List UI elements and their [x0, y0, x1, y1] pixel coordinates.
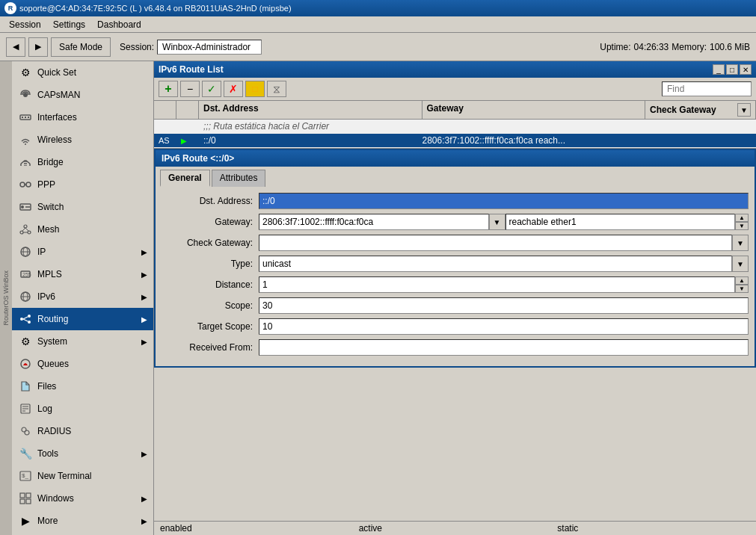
sidebar-item-label: PPP	[37, 179, 55, 190]
svg-rect-44	[20, 493, 25, 498]
windows-icon	[18, 491, 33, 506]
svg-rect-46	[20, 499, 25, 504]
sidebar-item-capsman[interactable]: CAPsMAN	[12, 84, 153, 106]
menu-settings[interactable]: Settings	[47, 18, 91, 31]
minimize-button[interactable]: _	[713, 64, 725, 75]
svg-point-10	[20, 182, 25, 187]
app-icon: R	[4, 2, 16, 14]
type-input[interactable]	[259, 256, 732, 272]
check-gateway-input[interactable]	[259, 235, 732, 251]
sidebar-item-mesh[interactable]: Mesh	[12, 218, 153, 241]
remove-route-button[interactable]: −	[180, 81, 200, 97]
sidebar-item-label: Quick Set	[37, 67, 76, 78]
svg-point-31	[28, 315, 31, 318]
distance-down-btn[interactable]: ▼	[735, 285, 749, 293]
distance-up-btn[interactable]: ▲	[735, 276, 749, 285]
sidebar-item-routing[interactable]: Routing ▶	[12, 308, 153, 330]
sidebar-item-queues[interactable]: Queues	[12, 353, 153, 375]
sidebar-item-mpls[interactable]: 255 MPLS ▶	[12, 263, 153, 285]
sidebar-item-label: Tools	[37, 448, 58, 459]
ip-icon	[18, 244, 33, 259]
sidebar-item-quick-set[interactable]: ⚙ Quick Set	[12, 61, 153, 84]
sidebar-item-wireless[interactable]: Wireless	[12, 129, 153, 151]
window-title-bar: IPv6 Route List _ □ ✕	[154, 61, 756, 78]
check-gateway-dropdown-btn[interactable]: ▼	[732, 235, 749, 251]
windows-arrow: ▶	[141, 495, 147, 503]
back-button[interactable]: ◀	[6, 37, 25, 57]
sidebar-item-system[interactable]: ⚙ System ▶	[12, 330, 153, 353]
col-cg-header: Check Gateway ▼	[645, 101, 756, 119]
find-input[interactable]	[662, 81, 752, 96]
sidebar-item-new-terminal[interactable]: $_ New Terminal	[12, 465, 153, 487]
sidebar-item-radius[interactable]: RADIUS	[12, 420, 153, 442]
svg-text:$_: $_	[22, 472, 28, 479]
close-button[interactable]: ✕	[740, 64, 752, 75]
system-icon: ⚙	[18, 334, 33, 349]
menu-dashboard[interactable]: Dashboard	[91, 18, 147, 31]
window-title: IPv6 Route List	[159, 64, 224, 75]
sidebar-item-files[interactable]: Files	[12, 375, 153, 398]
received-from-label: Received From:	[162, 342, 259, 353]
sidebar-item-bridge[interactable]: Bridge	[12, 151, 153, 173]
scope-input[interactable]	[259, 297, 749, 314]
svg-point-32	[28, 321, 31, 324]
tab-attributes[interactable]: Attributes	[212, 170, 266, 187]
ipv6-icon	[18, 289, 33, 304]
quick-set-icon: ⚙	[18, 65, 33, 80]
route-data-row[interactable]: AS ▶ ::/0 2806:3f7:1002::ffff:f0ca:f0ca …	[154, 134, 756, 148]
system-arrow: ▶	[141, 338, 147, 346]
type-dropdown-btn[interactable]: ▼	[732, 256, 749, 272]
gateway-input[interactable]	[259, 214, 489, 230]
gateway-down-btn[interactable]: ▼	[735, 222, 749, 230]
gateway-dropdown-btn[interactable]: ▼	[489, 214, 505, 230]
static-route-label: ;;; Ruta estática hacia el Carrier	[203, 121, 641, 132]
forward-button[interactable]: ▶	[28, 37, 48, 57]
sidebar-item-log[interactable]: Log	[12, 398, 153, 420]
radius-icon	[18, 424, 33, 439]
dst-address-input[interactable]	[259, 193, 749, 209]
distance-input[interactable]	[259, 276, 735, 293]
menu-session[interactable]: Session	[3, 18, 47, 31]
check-gateway-row: Check Gateway: ▼	[162, 235, 749, 251]
sidebar-item-ipv6[interactable]: IPv6 ▶	[12, 285, 153, 308]
sidebar-item-tools[interactable]: 🔧 Tools ▶	[12, 442, 153, 465]
maximize-button[interactable]: □	[726, 64, 738, 75]
routing-icon	[18, 312, 33, 327]
sidebar-item-windows[interactable]: Windows ▶	[12, 487, 153, 510]
distance-label: Distance:	[162, 279, 259, 290]
gateway-type-input[interactable]	[505, 214, 736, 230]
svg-point-5	[25, 143, 26, 145]
disable-route-button[interactable]: ✗	[224, 81, 243, 97]
svg-point-17	[20, 231, 23, 234]
sidebar-item-label: Switch	[37, 202, 64, 212]
check-gateway-dropdown[interactable]: ▼	[737, 103, 751, 117]
sidebar-item-interfaces[interactable]: Interfaces	[12, 106, 153, 129]
svg-point-14	[21, 205, 24, 208]
table-toolbar: + − ✓ ✗ □ ⧖	[154, 78, 756, 101]
sidebar-item-label: New Terminal	[37, 471, 91, 481]
filter-button[interactable]: ⧖	[267, 81, 286, 97]
svg-point-30	[20, 318, 23, 321]
routing-arrow: ▶	[141, 315, 147, 324]
sidebar-item-label: Wireless	[37, 134, 72, 145]
target-scope-input[interactable]	[259, 318, 749, 335]
more-arrow: ▶	[141, 517, 147, 525]
sidebar-item-ip[interactable]: IP ▶	[12, 241, 153, 263]
gateway-up-btn[interactable]: ▲	[735, 214, 749, 222]
routeros-label: RouterOS WinBox	[0, 61, 12, 535]
sidebar-item-switch[interactable]: Switch	[12, 196, 153, 218]
add-route-button[interactable]: +	[159, 81, 178, 97]
safe-mode-button[interactable]: Safe Mode	[51, 37, 111, 57]
received-from-input[interactable]	[259, 339, 749, 356]
tab-general[interactable]: General	[160, 170, 210, 187]
enable-route-button[interactable]: ✓	[202, 81, 221, 97]
sidebar-wrapper: RouterOS WinBox ⚙ Quick Set CAPsMAN Inte…	[0, 61, 154, 535]
window-controls: _ □ ✕	[713, 64, 752, 75]
sidebar-item-ppp[interactable]: PPP	[12, 173, 153, 196]
svg-line-34	[23, 319, 28, 321]
sidebar-item-more[interactable]: ▶ More ▶	[12, 510, 153, 532]
copy-route-button[interactable]: □	[245, 81, 265, 97]
svg-line-20	[25, 228, 28, 231]
sidebar-item-label: Routing	[37, 314, 68, 324]
route-flag1: AS	[159, 136, 181, 145]
